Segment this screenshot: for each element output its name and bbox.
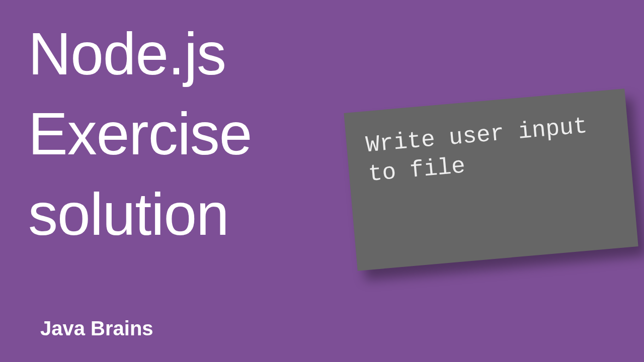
title-line-2: Exercise xyxy=(28,94,252,174)
title-line-3: solution xyxy=(28,174,252,254)
main-title: Node.js Exercise solution xyxy=(28,14,252,254)
brand-label: Java Brains xyxy=(40,317,153,340)
title-line-1: Node.js xyxy=(28,14,252,94)
exercise-card: Write user input to file xyxy=(344,88,638,271)
